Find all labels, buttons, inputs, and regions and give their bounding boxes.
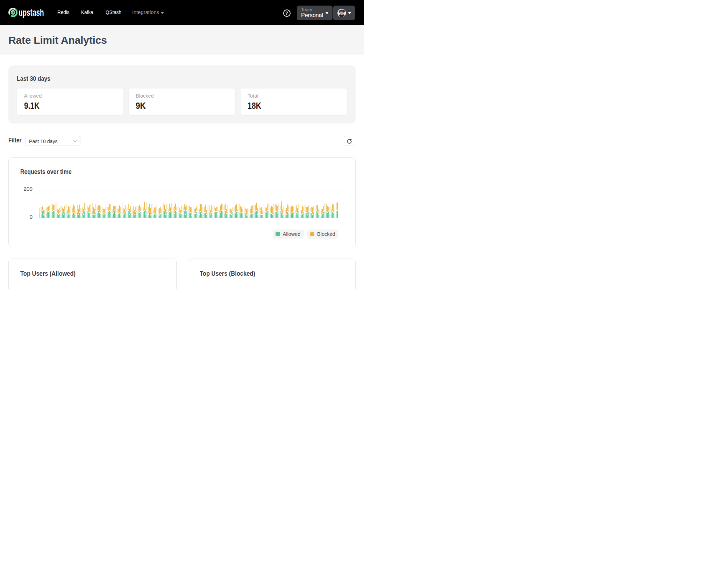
svg-text:0: 0 xyxy=(29,214,33,220)
svg-text:200: 200 xyxy=(23,186,33,192)
